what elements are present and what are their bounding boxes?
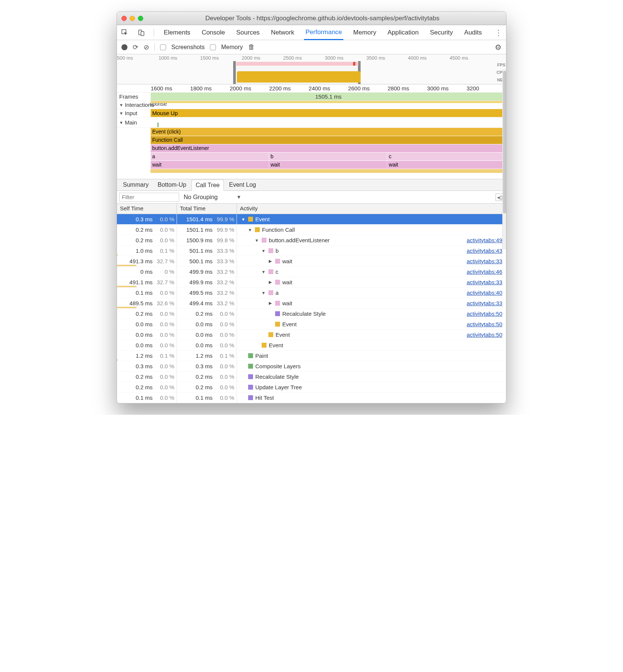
cell-activity: Composite Layers bbox=[237, 361, 506, 371]
record-button[interactable] bbox=[121, 44, 127, 50]
source-link[interactable]: activitytabs:33 bbox=[467, 279, 502, 285]
chevron-down-icon[interactable]: ▼ bbox=[261, 291, 266, 295]
source-link[interactable]: activitytabs:40 bbox=[467, 290, 502, 296]
overview-tick: 1000 ms bbox=[159, 55, 200, 61]
activity-name: button.addEventListener bbox=[269, 237, 330, 243]
tab-console[interactable]: Console bbox=[200, 26, 226, 39]
memory-checkbox[interactable] bbox=[210, 44, 216, 50]
call-tree-row[interactable]: 0.2 ms0.0 %0.2 ms0.0 %Recalculate Style bbox=[117, 372, 506, 382]
call-tree-row[interactable]: 0.2 ms0.0 %0.2 ms0.0 %Update Layer Tree bbox=[117, 382, 506, 393]
col-total-time[interactable]: Total Time bbox=[177, 204, 237, 214]
chevron-right-icon[interactable]: ▶ bbox=[268, 301, 273, 306]
chevron-right-icon[interactable]: ▶ bbox=[268, 280, 273, 285]
source-link[interactable]: activitytabs:33 bbox=[467, 258, 502, 264]
call-tree-row[interactable]: 1.0 ms0.1 %501.1 ms33.3 %▼bactivitytabs:… bbox=[117, 246, 506, 256]
reload-icon[interactable]: ⟳ bbox=[133, 43, 138, 51]
flame-a[interactable]: a bbox=[151, 153, 269, 160]
source-link[interactable]: activitytabs:33 bbox=[467, 300, 502, 306]
cell-self-time: 0.0 ms0.0 % bbox=[117, 330, 177, 340]
scrollbar-thumb[interactable] bbox=[503, 71, 506, 213]
chevron-right-icon[interactable]: ▶ bbox=[268, 259, 273, 264]
flame-c[interactable]: c bbox=[387, 153, 506, 160]
screenshots-checkbox[interactable] bbox=[160, 44, 166, 50]
call-tree-row[interactable]: 0 ms0 %499.9 ms33.2 %▼cactivitytabs:46 bbox=[117, 267, 506, 277]
chevron-down-icon[interactable]: ▼ bbox=[254, 238, 259, 243]
chevron-down-icon[interactable]: ▼ bbox=[261, 270, 266, 274]
filter-input[interactable] bbox=[119, 193, 179, 202]
chevron-down-icon: ▼ bbox=[237, 194, 241, 200]
activity-name: Event bbox=[276, 332, 290, 338]
inspect-icon[interactable] bbox=[121, 28, 129, 37]
flame-wait[interactable]: wait bbox=[387, 161, 506, 169]
chevron-down-icon[interactable]: ▼ bbox=[261, 249, 266, 253]
grouping-select[interactable]: No Grouping ▼ bbox=[184, 194, 241, 201]
details-tab-call-tree[interactable]: Call Tree bbox=[192, 180, 224, 191]
flame-function-call[interactable]: Function Call bbox=[151, 136, 506, 144]
call-tree-row[interactable]: 491.1 ms32.7 %499.9 ms33.2 %▶waitactivit… bbox=[117, 277, 506, 288]
flame-b[interactable]: b bbox=[269, 153, 388, 160]
flame-listener[interactable]: button.addEventListener bbox=[151, 144, 506, 152]
flame-event[interactable]: Event (click) bbox=[151, 128, 506, 136]
trash-icon[interactable]: 🗑 bbox=[248, 43, 255, 51]
cell-total-time: 1.2 ms0.1 % bbox=[177, 351, 237, 361]
chevron-down-icon[interactable]: ▼ bbox=[241, 217, 246, 222]
flame-wait[interactable]: wait bbox=[269, 161, 388, 169]
details-tab-bottom-up[interactable]: Bottom-Up bbox=[154, 180, 190, 190]
flame-chart[interactable]: 1600 ms1800 ms2000 ms2200 ms2400 ms2600 … bbox=[117, 84, 506, 179]
details-tab-summary[interactable]: Summary bbox=[119, 180, 152, 190]
close-icon[interactable] bbox=[121, 16, 127, 21]
call-tree-row[interactable]: 0.2 ms0.0 %1500.9 ms99.8 %▼button.addEve… bbox=[117, 235, 506, 246]
col-self-time[interactable]: Self Time bbox=[117, 204, 177, 214]
call-tree-row[interactable]: 0.3 ms0.0 %0.3 ms0.0 %Composite Layers bbox=[117, 361, 506, 372]
input-track[interactable]: ▼Input Mouse Up bbox=[117, 109, 506, 117]
device-icon[interactable] bbox=[137, 28, 145, 37]
source-link[interactable]: activitytabs:50 bbox=[467, 310, 502, 317]
scrollbar[interactable] bbox=[502, 69, 506, 249]
window-controls bbox=[121, 16, 143, 21]
tab-sources[interactable]: Sources bbox=[235, 26, 261, 39]
zoom-icon[interactable] bbox=[138, 16, 143, 21]
call-tree-row[interactable]: 1.2 ms0.1 %1.2 ms0.1 %Paint bbox=[117, 351, 506, 361]
call-tree-row[interactable]: 0.2 ms0.0 %1501.1 ms99.9 %▼Function Call bbox=[117, 225, 506, 235]
tab-security[interactable]: Security bbox=[428, 26, 454, 39]
tab-network[interactable]: Network bbox=[270, 26, 296, 39]
overview-strip[interactable]: 500 ms1000 ms1500 ms2000 ms2500 ms3000 m… bbox=[117, 54, 506, 84]
call-tree-row[interactable]: 0.0 ms0.0 %0.0 ms0.0 %Event bbox=[117, 340, 506, 351]
main-track-header[interactable]: ▼Main bbox=[117, 117, 506, 128]
chevron-down-icon[interactable]: ▼ bbox=[119, 111, 123, 116]
details-tab-event-log[interactable]: Event Log bbox=[225, 180, 260, 190]
call-tree-row[interactable]: 0.2 ms0.0 %0.2 ms0.0 %Recalculate Stylea… bbox=[117, 309, 506, 319]
chevron-down-icon[interactable]: ▼ bbox=[119, 120, 123, 125]
kebab-icon[interactable]: ⋮ bbox=[495, 28, 502, 37]
source-link[interactable]: activitytabs:50 bbox=[467, 332, 502, 338]
input-event-bar[interactable]: Mouse Up bbox=[151, 109, 506, 117]
call-tree-row[interactable]: 0.3 ms0.0 %1501.4 ms99.9 %▼Event bbox=[117, 214, 506, 225]
source-link[interactable]: activitytabs:43 bbox=[467, 248, 502, 254]
call-tree-row[interactable]: 0.1 ms0.0 %0.1 ms0.0 %Hit Test bbox=[117, 393, 506, 403]
tab-memory[interactable]: Memory bbox=[352, 26, 377, 39]
col-activity[interactable]: Activity bbox=[237, 204, 506, 214]
source-link[interactable]: activitytabs:50 bbox=[467, 321, 502, 327]
tab-performance[interactable]: Performance bbox=[304, 26, 343, 40]
source-link[interactable]: activitytabs:46 bbox=[467, 268, 502, 275]
minimize-icon[interactable] bbox=[130, 16, 135, 21]
chevron-down-icon[interactable]: ▼ bbox=[247, 228, 253, 232]
frames-track[interactable]: Frames 1505.1 ms bbox=[117, 93, 506, 101]
frame-bar[interactable]: 1505.1 ms bbox=[151, 93, 506, 100]
tab-audits[interactable]: Audits bbox=[463, 26, 483, 39]
interactions-track[interactable]: ▼Interactions sponse bbox=[117, 101, 506, 109]
call-tree-row[interactable]: 0.0 ms0.0 %0.0 ms0.0 %Eventactivitytabs:… bbox=[117, 330, 506, 340]
cell-self-time: 0.2 ms0.0 % bbox=[117, 309, 177, 319]
flame-microtasks[interactable] bbox=[151, 169, 506, 173]
source-link[interactable]: activitytabs:49 bbox=[467, 237, 502, 243]
call-tree-row[interactable]: 489.5 ms32.6 %499.4 ms33.2 %▶waitactivit… bbox=[117, 298, 506, 309]
chevron-down-icon[interactable]: ▼ bbox=[119, 103, 123, 107]
tab-application[interactable]: Application bbox=[386, 26, 420, 39]
gear-icon[interactable]: ⚙ bbox=[495, 43, 502, 52]
clear-icon[interactable]: ⊘ bbox=[144, 43, 149, 51]
call-tree-row[interactable]: 0.0 ms0.0 %0.0 ms0.0 %Eventactivitytabs:… bbox=[117, 319, 506, 330]
call-tree-row[interactable]: 0.1 ms0.0 %499.5 ms33.2 %▼aactivitytabs:… bbox=[117, 288, 506, 298]
tab-elements[interactable]: Elements bbox=[162, 26, 192, 39]
flame-wait[interactable]: wait bbox=[151, 161, 269, 169]
call-tree-row[interactable]: 491.3 ms32.7 %500.1 ms33.3 %▶waitactivit… bbox=[117, 256, 506, 267]
